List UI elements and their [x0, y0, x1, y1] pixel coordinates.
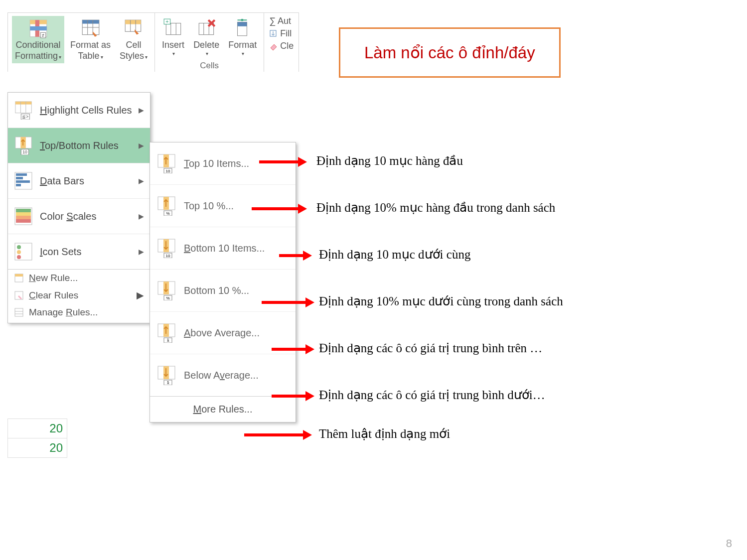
cell[interactable]: 20	[7, 419, 67, 438]
svg-rect-24	[237, 22, 247, 26]
below-average[interactable]: x̄ Below Average...	[150, 354, 296, 397]
submenu-arrow-icon: ▶	[137, 289, 144, 301]
svg-point-47	[17, 245, 21, 249]
insert-label: Insert	[162, 40, 184, 51]
arrow-icon	[272, 395, 306, 398]
manage-rules-icon	[14, 307, 24, 317]
title-box: Làm nổi các ô đỉnh/đáy	[339, 27, 561, 78]
top-10-items[interactable]: 10 Top 10 Items...	[150, 142, 296, 185]
annotation-top10items: Định dạng 10 mục hàng đầu	[316, 153, 463, 168]
svg-text:x̄: x̄	[167, 381, 169, 385]
format-icon	[232, 18, 253, 39]
submenu-arrow-icon: ▶	[139, 177, 144, 185]
color-scales-item[interactable]: Color Scales▶	[8, 199, 150, 234]
fmt-label-2: Table	[78, 51, 100, 61]
submenu-arrow-icon: ▶	[139, 141, 144, 149]
svg-rect-3	[30, 26, 47, 30]
eraser-icon	[269, 42, 278, 51]
icon-sets-icon	[14, 242, 34, 261]
more-rules-label: More Rules...	[193, 404, 253, 415]
svg-point-48	[17, 250, 21, 254]
cf-label-2: Formatting	[15, 51, 58, 61]
format-button[interactable]: Format ▾	[225, 16, 260, 59]
ribbon-group-styles: ≠ Conditional Formatting▾ Format as Tabl…	[8, 13, 155, 72]
autosum-button[interactable]: ∑ Aut	[269, 16, 294, 26]
dropdown-icon: ▾	[145, 54, 148, 60]
clear-rules-item[interactable]: Clear Rules▶	[8, 286, 150, 304]
highlight-cells-rules-item[interactable]: ≦> Highlight Cells Rules▶	[8, 93, 150, 128]
svg-text:≠: ≠	[41, 32, 44, 38]
ribbon: ≠ Conditional Formatting▾ Format as Tabl…	[7, 12, 299, 72]
annotation-bottom10items: Định dạng 10 mục dưới cùng	[319, 247, 470, 262]
top-bottom-submenu: 10 Top 10 Items... % Top 10 %... 10 Bott…	[149, 142, 296, 422]
svg-text:≦>: ≦>	[22, 114, 28, 119]
conditional-formatting-menu: ≦> Highlight Cells Rules▶ 10 Top/Bottom …	[7, 92, 150, 323]
hcr-label: Highlight Cells Rules	[40, 105, 132, 116]
svg-rect-43	[16, 212, 31, 216]
annotation-more-rules: Thêm luật định dạng mới	[319, 426, 450, 441]
dropdown-icon: ▾	[59, 54, 61, 60]
format-table-icon	[80, 18, 101, 39]
annotation-top10pct: Định dạng 10% mục hàng đầu trong danh sá…	[316, 200, 555, 215]
insert-button[interactable]: + Insert ▾	[159, 16, 187, 59]
svg-rect-38	[16, 177, 23, 179]
clear-button[interactable]: Cle	[269, 41, 294, 51]
bottom-10-percent[interactable]: % Bottom 10 %...	[150, 270, 296, 312]
bottom-10-items[interactable]: 10 Bottom 10 Items...	[150, 227, 296, 270]
fill-label: Fill	[280, 28, 292, 39]
conditional-formatting-button[interactable]: ≠ Conditional Formatting▾	[12, 16, 64, 63]
b10i-label: Bottom 10 Items...	[184, 243, 265, 254]
svg-text:10: 10	[166, 254, 170, 258]
more-rules[interactable]: More Rules...	[150, 397, 296, 422]
icon-sets-item[interactable]: Icon Sets▶	[8, 234, 150, 270]
svg-rect-53	[15, 308, 23, 316]
svg-rect-27	[15, 102, 31, 105]
below-label: Below Average...	[184, 370, 259, 381]
new-rule-label: New Rule...	[29, 273, 78, 283]
svg-text:%: %	[166, 211, 169, 216]
cell[interactable]: 20	[7, 438, 67, 458]
cf-label-1: Conditional	[15, 40, 60, 51]
t10i-label: Top 10 Items...	[184, 158, 249, 169]
manage-rules-label: Manage Rules...	[29, 307, 98, 318]
cell-styles-icon	[123, 18, 144, 39]
conditional-formatting-icon: ≠	[28, 18, 49, 39]
top-bottom-icon: 10	[14, 136, 34, 155]
highlight-cells-icon: ≦>	[14, 101, 34, 120]
svg-text:%: %	[166, 296, 169, 300]
annotation-above-avg: Định dạng các ô có giá trị trung bình tr…	[319, 341, 542, 355]
top-10-percent[interactable]: % Top 10 %...	[150, 185, 296, 227]
annotation-bottom10pct: Định dạng 10% mục dưới cùng trong danh s…	[319, 294, 563, 308]
clear-rules-icon	[14, 290, 24, 300]
arrow-icon	[259, 160, 299, 163]
svg-point-49	[17, 255, 21, 259]
above-label: Above Average...	[184, 327, 260, 339]
page-number: 8	[726, 537, 732, 550]
fmt-label-1: Format as	[70, 40, 111, 51]
svg-text:+: +	[165, 18, 168, 24]
svg-rect-45	[16, 219, 31, 223]
data-bars-item[interactable]: Data Bars▶	[8, 163, 150, 199]
cell-styles-button[interactable]: Cell Styles▾	[117, 16, 150, 63]
svg-rect-40	[16, 184, 21, 186]
svg-rect-20	[199, 23, 213, 35]
submenu-arrow-icon: ▶	[139, 106, 144, 114]
bottom-10-items-icon: 10	[157, 238, 177, 258]
svg-rect-51	[15, 274, 23, 277]
dropdown-icon: ▾	[101, 54, 103, 60]
top-bottom-rules-item[interactable]: 10 Top/Bottom Rules▶	[8, 128, 150, 163]
ribbon-group-editing: ∑ Aut Fill Cle	[264, 13, 299, 72]
new-rule-item[interactable]: New Rule...	[8, 270, 150, 286]
arrow-icon	[262, 301, 306, 304]
sheet-cells: 20 20	[7, 419, 67, 458]
submenu-arrow-icon: ▶	[139, 212, 144, 220]
is-label: Icon Sets	[40, 246, 81, 258]
format-as-table-button[interactable]: Format as Table▾	[67, 16, 114, 63]
fill-button[interactable]: Fill	[269, 28, 294, 39]
arrow-icon	[252, 207, 299, 210]
manage-rules-item[interactable]: Manage Rules...	[8, 304, 150, 323]
delete-button[interactable]: Delete ▾	[190, 16, 222, 59]
ribbon-group-cells: + Insert ▾ Delete ▾ Format ▾ Cells	[155, 13, 264, 72]
svg-rect-39	[16, 180, 30, 183]
clear-label: Cle	[280, 41, 294, 51]
